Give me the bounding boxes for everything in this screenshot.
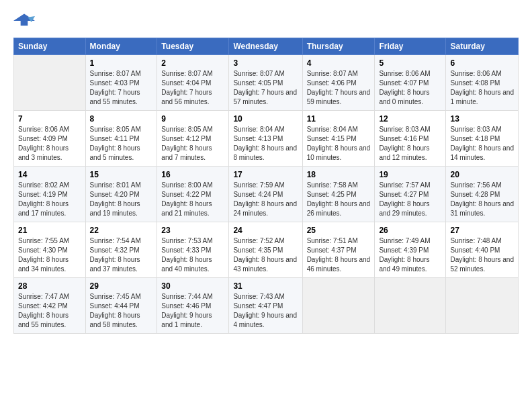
calendar-cell: 15 Sunrise: 8:01 AM Sunset: 4:20 PM Dayl…: [85, 167, 157, 222]
sunset: Sunset: 4:09 PM: [18, 135, 68, 142]
sunset: Sunset: 4:47 PM: [233, 302, 283, 310]
sunset: Sunset: 4:08 PM: [450, 79, 500, 87]
day-number: 2: [161, 58, 224, 68]
daylight: Daylight: 8 hours and 55 minutes.: [18, 312, 69, 328]
calendar-cell: 26 Sunrise: 7:49 AM Sunset: 4:39 PM Dayl…: [375, 222, 446, 278]
day-info: Sunrise: 8:00 AM Sunset: 4:22 PM Dayligh…: [161, 181, 224, 218]
sunrise: Sunrise: 8:07 AM: [307, 70, 358, 77]
sunrise: Sunrise: 7:53 AM: [161, 237, 212, 244]
day-info: Sunrise: 7:55 AM Sunset: 4:30 PM Dayligh…: [18, 236, 81, 274]
calendar-cell: 29 Sunrise: 7:45 AM Sunset: 4:44 PM Dayl…: [85, 278, 157, 334]
sunset: Sunset: 4:35 PM: [233, 246, 283, 254]
daylight: Daylight: 8 hours and 17 minutes.: [18, 200, 69, 217]
daylight: Daylight: 8 hours and 5 minutes.: [90, 144, 140, 161]
sunset: Sunset: 4:28 PM: [450, 191, 500, 198]
calendar-week-row: 14 Sunrise: 8:02 AM Sunset: 4:19 PM Dayl…: [14, 167, 519, 222]
logo: [13, 12, 38, 31]
calendar-cell: 17 Sunrise: 7:59 AM Sunset: 4:24 PM Dayl…: [229, 167, 302, 222]
calendar-cell: 31 Sunrise: 7:43 AM Sunset: 4:47 PM Dayl…: [229, 278, 302, 334]
sunset: Sunset: 4:11 PM: [90, 135, 140, 142]
day-info: Sunrise: 8:07 AM Sunset: 4:05 PM Dayligh…: [233, 69, 298, 107]
day-info: Sunrise: 8:03 AM Sunset: 4:18 PM Dayligh…: [450, 125, 514, 163]
day-number: 4: [307, 58, 371, 68]
day-info: Sunrise: 7:58 AM Sunset: 4:25 PM Dayligh…: [307, 181, 371, 218]
calendar-cell: 5 Sunrise: 8:06 AM Sunset: 4:07 PM Dayli…: [375, 55, 446, 111]
day-info: Sunrise: 7:52 AM Sunset: 4:35 PM Dayligh…: [233, 236, 298, 274]
daylight: Daylight: 8 hours and 52 minutes.: [450, 256, 514, 273]
sunrise: Sunrise: 7:59 AM: [233, 181, 284, 189]
sunset: Sunset: 4:24 PM: [233, 191, 283, 198]
day-number: 24: [233, 226, 298, 235]
daylight: Daylight: 8 hours and 19 minutes.: [90, 200, 140, 217]
day-number: 18: [307, 170, 371, 179]
sunset: Sunset: 4:18 PM: [450, 135, 500, 142]
daylight: Daylight: 8 hours and 12 minutes.: [379, 144, 429, 161]
sunset: Sunset: 4:16 PM: [379, 135, 429, 142]
day-number: 25: [307, 226, 371, 235]
sunrise: Sunrise: 7:43 AM: [233, 293, 284, 300]
daylight: Daylight: 8 hours and 8 minutes.: [233, 144, 297, 161]
daylight: Daylight: 7 hours and 57 minutes.: [233, 89, 297, 105]
sunset: Sunset: 4:37 PM: [307, 246, 357, 254]
calendar-cell: 7 Sunrise: 8:06 AM Sunset: 4:09 PM Dayli…: [14, 111, 86, 167]
day-info: Sunrise: 8:06 AM Sunset: 4:09 PM Dayligh…: [18, 125, 81, 163]
day-number: 13: [450, 114, 514, 124]
day-info: Sunrise: 7:47 AM Sunset: 4:42 PM Dayligh…: [18, 292, 81, 330]
day-info: Sunrise: 7:49 AM Sunset: 4:39 PM Dayligh…: [379, 236, 441, 274]
sunset: Sunset: 4:40 PM: [450, 246, 500, 254]
day-info: Sunrise: 7:44 AM Sunset: 4:46 PM Dayligh…: [161, 292, 224, 330]
day-number: 26: [379, 226, 441, 235]
day-number: 31: [233, 281, 298, 291]
day-info: Sunrise: 8:05 AM Sunset: 4:11 PM Dayligh…: [90, 125, 153, 163]
sunset: Sunset: 4:30 PM: [18, 246, 68, 254]
daylight: Daylight: 8 hours and 14 minutes.: [450, 144, 514, 161]
daylight: Daylight: 8 hours and 1 minute.: [450, 89, 514, 105]
daylight: Daylight: 8 hours and 58 minutes.: [90, 312, 140, 328]
daylight: Daylight: 7 hours and 56 minutes.: [161, 89, 212, 105]
calendar-cell: 8 Sunrise: 8:05 AM Sunset: 4:11 PM Dayli…: [85, 111, 157, 167]
sunrise: Sunrise: 7:47 AM: [18, 293, 69, 300]
sunrise: Sunrise: 8:05 AM: [161, 126, 212, 133]
daylight: Daylight: 8 hours and 31 minutes.: [450, 200, 514, 217]
day-number: 17: [233, 170, 298, 179]
header-day: Thursday: [302, 38, 375, 55]
day-info: Sunrise: 8:04 AM Sunset: 4:15 PM Dayligh…: [307, 125, 371, 163]
sunrise: Sunrise: 7:49 AM: [379, 237, 430, 244]
daylight: Daylight: 7 hours and 55 minutes.: [90, 89, 140, 105]
calendar-cell: 16 Sunrise: 8:00 AM Sunset: 4:22 PM Dayl…: [157, 167, 229, 222]
daylight: Daylight: 8 hours and 0 minutes.: [379, 89, 429, 105]
day-info: Sunrise: 8:07 AM Sunset: 4:03 PM Dayligh…: [90, 69, 153, 107]
daylight: Daylight: 7 hours and 59 minutes.: [307, 89, 371, 105]
page: SundayMondayTuesdayWednesdayThursdayFrid…: [0, 0, 532, 411]
calendar-cell: [446, 278, 519, 334]
sunrise: Sunrise: 8:05 AM: [90, 126, 141, 133]
day-number: 11: [307, 114, 371, 124]
day-number: 20: [450, 170, 514, 179]
sunrise: Sunrise: 7:55 AM: [18, 237, 69, 244]
day-info: Sunrise: 7:54 AM Sunset: 4:32 PM Dayligh…: [90, 236, 153, 274]
daylight: Daylight: 8 hours and 3 minutes.: [18, 144, 69, 161]
sunrise: Sunrise: 7:44 AM: [161, 293, 212, 300]
sunrise: Sunrise: 8:06 AM: [450, 70, 501, 77]
day-info: Sunrise: 7:48 AM Sunset: 4:40 PM Dayligh…: [450, 236, 514, 274]
sunrise: Sunrise: 7:51 AM: [307, 237, 358, 244]
day-number: 10: [233, 114, 298, 124]
day-number: 23: [161, 226, 224, 235]
header-day: Tuesday: [157, 38, 229, 55]
calendar-week-row: 1 Sunrise: 8:07 AM Sunset: 4:03 PM Dayli…: [14, 55, 519, 111]
day-info: Sunrise: 7:53 AM Sunset: 4:33 PM Dayligh…: [161, 236, 224, 274]
sunrise: Sunrise: 8:07 AM: [90, 70, 141, 77]
sunset: Sunset: 4:15 PM: [307, 135, 357, 142]
calendar-cell: 9 Sunrise: 8:05 AM Sunset: 4:12 PM Dayli…: [157, 111, 229, 167]
day-number: 14: [18, 170, 81, 179]
sunrise: Sunrise: 8:07 AM: [161, 70, 212, 77]
calendar-header: SundayMondayTuesdayWednesdayThursdayFrid…: [14, 38, 519, 55]
sunrise: Sunrise: 8:06 AM: [18, 126, 69, 133]
day-number: 7: [18, 114, 81, 124]
day-number: 15: [90, 170, 153, 179]
daylight: Daylight: 8 hours and 37 minutes.: [90, 256, 140, 273]
calendar-cell: 27 Sunrise: 7:48 AM Sunset: 4:40 PM Dayl…: [446, 222, 519, 278]
header-row: SundayMondayTuesdayWednesdayThursdayFrid…: [14, 38, 519, 55]
sunset: Sunset: 4:44 PM: [90, 302, 140, 310]
calendar-cell: 3 Sunrise: 8:07 AM Sunset: 4:05 PM Dayli…: [229, 55, 302, 111]
